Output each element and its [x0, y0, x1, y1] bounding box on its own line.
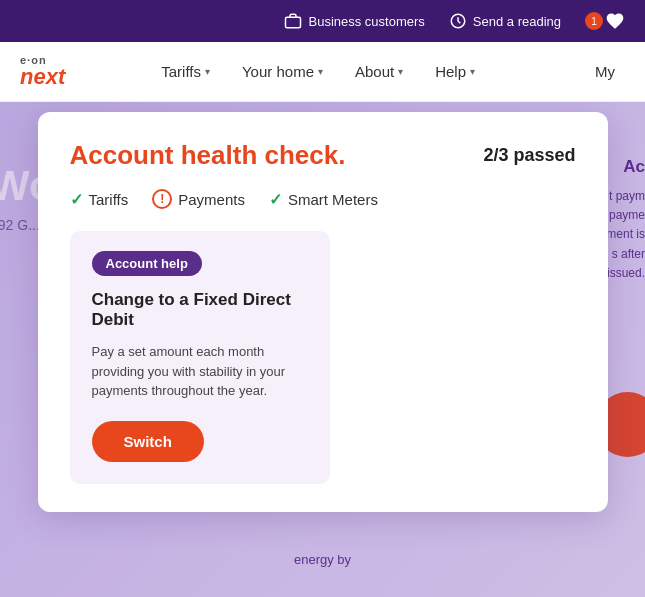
- check-tariffs: ✓ Tariffs: [70, 190, 129, 209]
- notification-count: 1: [591, 16, 597, 27]
- send-reading-link[interactable]: Send a reading: [449, 12, 561, 30]
- modal-header: Account health check. 2/3 passed: [70, 140, 576, 171]
- logo-next: next: [20, 66, 65, 88]
- top-bar: Business customers Send a reading 1: [0, 0, 645, 42]
- modal-score: 2/3 passed: [483, 145, 575, 166]
- nav-help-label: Help: [435, 63, 466, 80]
- check-tariffs-label: Tariffs: [89, 191, 129, 208]
- check-smart-meters-label: Smart Meters: [288, 191, 378, 208]
- send-reading-label: Send a reading: [473, 14, 561, 29]
- svg-rect-0: [286, 17, 301, 28]
- business-customers-link[interactable]: Business customers: [284, 12, 424, 30]
- nav-bar: e·on next Tariffs ▾ Your home ▾ About ▾ …: [0, 42, 645, 102]
- check-payments: ! Payments: [152, 189, 245, 209]
- account-help-card: Account help Change to a Fixed Direct De…: [70, 231, 330, 484]
- card-title: Change to a Fixed Direct Debit: [92, 290, 308, 330]
- meter-icon: [449, 12, 467, 30]
- nav-item-tariffs[interactable]: Tariffs ▾: [145, 42, 226, 102]
- card-tag: Account help: [92, 251, 202, 276]
- checkmark-icon: ✓: [269, 190, 282, 209]
- nav-item-your-home[interactable]: Your home ▾: [226, 42, 339, 102]
- nav-tariffs-label: Tariffs: [161, 63, 201, 80]
- modal-title: Account health check.: [70, 140, 346, 171]
- modal-overlay: Account health check. 2/3 passed ✓ Tarif…: [0, 102, 645, 597]
- business-customers-label: Business customers: [308, 14, 424, 29]
- heart-icon: [605, 11, 625, 31]
- notifications-wrap[interactable]: 1: [585, 11, 625, 31]
- chevron-down-icon: ▾: [470, 66, 475, 77]
- checkmark-icon: ✓: [70, 190, 83, 209]
- notification-badge[interactable]: 1: [585, 12, 603, 30]
- card-description: Pay a set amount each month providing yo…: [92, 342, 308, 401]
- check-payments-label: Payments: [178, 191, 245, 208]
- chevron-down-icon: ▾: [318, 66, 323, 77]
- nav-about-label: About: [355, 63, 394, 80]
- nav-item-help[interactable]: Help ▾: [419, 42, 491, 102]
- modal-checks: ✓ Tariffs ! Payments ✓ Smart Meters: [70, 189, 576, 209]
- briefcase-icon: [284, 12, 302, 30]
- main-nav: Tariffs ▾ Your home ▾ About ▾ Help ▾ My: [145, 42, 625, 102]
- nav-item-my[interactable]: My: [585, 42, 625, 102]
- nav-item-about[interactable]: About ▾: [339, 42, 419, 102]
- nav-your-home-label: Your home: [242, 63, 314, 80]
- switch-button[interactable]: Switch: [92, 421, 204, 462]
- health-check-modal: Account health check. 2/3 passed ✓ Tarif…: [38, 112, 608, 512]
- check-smart-meters: ✓ Smart Meters: [269, 190, 378, 209]
- chevron-down-icon: ▾: [205, 66, 210, 77]
- logo[interactable]: e·on next: [20, 55, 65, 88]
- nav-my-label: My: [595, 63, 615, 80]
- chevron-down-icon: ▾: [398, 66, 403, 77]
- main-background: Wo 192 G... Ac t paym payme ment is s af…: [0, 102, 645, 597]
- warning-icon: !: [152, 189, 172, 209]
